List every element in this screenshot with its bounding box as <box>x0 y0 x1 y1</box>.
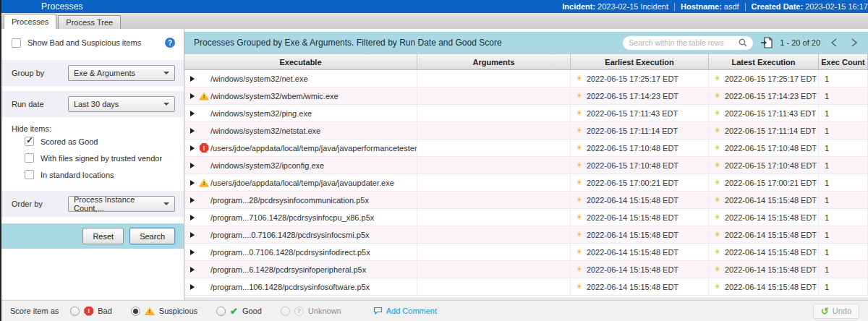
search-button[interactable]: Search <box>129 228 175 244</box>
incident-value: 2023-02-15 Incident <box>597 2 668 11</box>
suspicious-icon <box>199 92 209 100</box>
table-row[interactable]: /windows/system32/net.exe☀2022-06-15 17:… <box>184 70 868 87</box>
score-option-good[interactable]: ✔ Good <box>216 306 262 317</box>
unknown-radio <box>281 307 290 316</box>
score-bar: Score item as ! Bad Suspicious ✔ Good ? … <box>1 300 868 321</box>
daytime-sun-icon: ☀ <box>576 144 583 152</box>
expand-arrow-icon[interactable] <box>190 249 195 255</box>
expand-arrow-icon[interactable] <box>190 197 195 203</box>
reset-button[interactable]: Reset <box>82 228 124 244</box>
app-window: Processes Incident:2023-02-15 Incident H… <box>0 0 868 321</box>
execution-timestamp: 2022-06-14 15:15:48 EDT <box>725 196 817 205</box>
help-icon[interactable]: ? <box>165 38 175 48</box>
daytime-sun-icon: ☀ <box>576 231 583 239</box>
table-row[interactable]: /program...0.7106.1428/pcdrsysinfodirect… <box>184 244 868 261</box>
expand-arrow-icon[interactable] <box>190 267 195 273</box>
table-search-input[interactable] <box>629 38 739 47</box>
group-by-select[interactable]: Exe & Arguments <box>68 65 175 81</box>
scored-good-checkbox[interactable] <box>25 137 34 146</box>
executable-cell: /program....0.7106.1428/pcdrsysinfocsmi.… <box>184 226 417 243</box>
latest-execution-cell: ☀2022-06-14 15:15:48 EDT <box>709 209 819 226</box>
executable-path: /windows/system32/net.exe <box>210 74 308 83</box>
execution-timestamp: 2022-06-15 17:00:21 EDT <box>725 179 817 187</box>
score-option-suspicious[interactable]: Suspicious <box>131 307 197 316</box>
executable-cell: /program...6.1428/pcdrsysinfoperipheral.… <box>184 261 417 278</box>
execution-timestamp: 2022-06-14 15:15:48 EDT <box>587 213 678 222</box>
signed-vendor-checkbox[interactable] <box>25 153 34 163</box>
unknown-label: Unknown <box>308 307 341 315</box>
row-score-icon-slot <box>197 92 210 100</box>
execution-timestamp: 2022-06-15 17:11:43 EDT <box>725 109 816 118</box>
table-row[interactable]: /windows/system32/netstat.exe☀2022-06-15… <box>184 122 868 140</box>
prev-page-button[interactable] <box>827 38 841 48</box>
execution-timestamp: 2022-06-14 15:15:48 EDT <box>725 265 817 274</box>
expand-arrow-icon[interactable] <box>190 284 195 290</box>
table-row[interactable]: /program...6.1428/pcdrsysinfoperipheral.… <box>184 261 868 278</box>
tab-process-tree[interactable]: Process Tree <box>58 15 121 29</box>
bad-radio[interactable] <box>70 307 80 316</box>
daytime-sun-icon: ☀ <box>714 265 721 273</box>
expand-arrow-icon[interactable] <box>190 232 195 238</box>
next-page-button[interactable] <box>848 38 861 48</box>
earliest-execution-cell: ☀2022-06-15 17:00:21 EDT <box>571 174 709 191</box>
expand-arrow-icon[interactable] <box>190 145 195 151</box>
expand-arrow-icon[interactable] <box>190 163 195 168</box>
expand-arrow-icon[interactable] <box>190 215 195 221</box>
suspicious-radio[interactable] <box>131 307 140 316</box>
undo-button[interactable]: ↺ Undo <box>813 304 859 319</box>
execution-timestamp: 2022-06-14 15:15:48 EDT <box>587 265 678 274</box>
order-by-select[interactable]: Process Instance Count,... <box>68 196 175 212</box>
created-date-value: 2023-02-15 16:17 <box>805 2 868 11</box>
expand-arrow-icon[interactable] <box>190 128 195 134</box>
earliest-execution-cell: ☀2022-06-15 17:11:43 EDT <box>571 105 709 121</box>
hide-option-scored-good: Scored as Good <box>12 133 175 150</box>
add-comment-link[interactable]: Add Comment <box>373 307 437 315</box>
executable-cell: /windows/system32/ipconfig.exe <box>184 157 417 174</box>
arguments-cell <box>417 261 571 278</box>
table-row[interactable]: /program...7106.1428/pcdrsysinfocpu_x86.… <box>184 209 868 226</box>
table-row[interactable]: !/users/jdoe/appdata/local/temp/java/jav… <box>184 140 868 157</box>
table-row[interactable]: /program...28/pcdrsysinfocommunication.p… <box>184 192 868 209</box>
execution-timestamp: 2022-06-14 15:15:48 EDT <box>587 231 678 239</box>
main-panel: Processes Grouped by Exe & Arguments. Fi… <box>184 29 868 300</box>
table-row[interactable]: /windows/system32/ping.exe☀2022-06-15 17… <box>184 105 868 122</box>
arguments-cell <box>417 140 571 156</box>
column-header-earliest-execution[interactable]: Earliest Execution <box>571 54 709 69</box>
run-date-select[interactable]: Last 30 days <box>68 96 175 112</box>
earliest-execution-cell: ☀2022-06-15 17:25:17 EDT <box>571 70 709 87</box>
column-header-arguments[interactable]: Arguments <box>417 54 571 69</box>
table-row[interactable]: /program....0.7106.1428/pcdrsysinfocsmi.… <box>184 226 868 244</box>
score-option-bad[interactable]: ! Bad <box>70 307 112 316</box>
table-row[interactable]: /program...106.1428/pcdrsysinfosoftware.… <box>184 278 868 296</box>
executable-path: /windows/system32/ping.exe <box>210 109 312 118</box>
group-by-value: Exe & Arguments <box>74 69 135 77</box>
column-header-executable[interactable]: Executable <box>184 54 417 69</box>
daytime-sun-icon: ☀ <box>576 92 583 100</box>
score-option-unknown: ? Unknown <box>281 307 341 316</box>
expand-arrow-icon[interactable] <box>190 76 195 82</box>
hide-option-signed-vendor: With files signed by trusted vendor <box>12 150 175 166</box>
table-row[interactable]: /windows/system32/ipconfig.exe☀2022-06-1… <box>184 157 868 174</box>
good-radio[interactable] <box>216 307 226 316</box>
expand-arrow-icon[interactable] <box>190 111 195 116</box>
latest-execution-cell: ☀2022-06-15 17:25:17 EDT <box>709 70 819 87</box>
daytime-sun-icon: ☀ <box>714 92 721 100</box>
chevron-down-icon <box>163 72 169 74</box>
standard-locations-checkbox[interactable] <box>25 170 34 179</box>
table-row[interactable]: /users/jdoe/appdata/local/temp/java/java… <box>184 174 868 192</box>
arguments-cell <box>417 278 571 295</box>
table-row[interactable]: /windows/system32/wbem/wmic.exe☀2022-06-… <box>184 87 868 105</box>
column-header-latest-execution[interactable]: Latest Execution <box>709 54 819 69</box>
row-score-icon-slot: ! <box>197 143 210 153</box>
column-header-exec-count[interactable]: Exec Count <box>819 54 868 69</box>
tab-processes[interactable]: Processes <box>4 14 56 29</box>
daytime-sun-icon: ☀ <box>714 179 721 187</box>
executable-cell: /program...106.1428/pcdrsysinfosoftware.… <box>184 278 417 295</box>
daytime-sun-icon: ☀ <box>714 74 721 82</box>
show-bad-checkbox[interactable] <box>12 38 21 48</box>
export-table-icon[interactable] <box>760 36 773 49</box>
latest-execution-cell: ☀2022-06-15 17:00:21 EDT <box>709 174 819 191</box>
expand-arrow-icon[interactable] <box>190 93 195 99</box>
daytime-sun-icon: ☀ <box>576 283 583 291</box>
expand-arrow-icon[interactable] <box>190 180 195 186</box>
